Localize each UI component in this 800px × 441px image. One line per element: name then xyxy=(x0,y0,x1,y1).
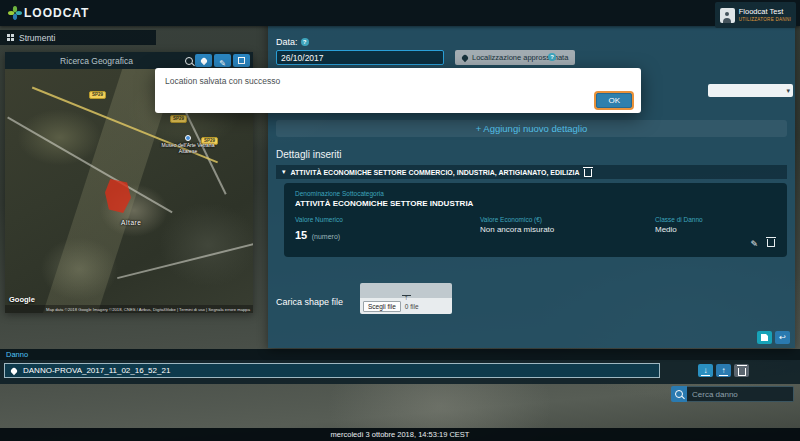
museum-poi[interactable]: Museo dell'Arte Vetraria Altarese xyxy=(153,135,223,154)
choose-file-button[interactable]: Scegli file xyxy=(363,301,401,312)
road-shield: SP29 xyxy=(89,91,106,99)
back-icon xyxy=(779,333,786,342)
shape-file-upload[interactable]: Scegli file 0 file xyxy=(360,283,452,314)
subcategory-label: Denominazione Sottocategoria xyxy=(295,190,776,197)
form-actions xyxy=(757,331,790,344)
location-pin-icon xyxy=(10,366,18,374)
town-label: Altare xyxy=(121,219,142,226)
draw-rectangle-button[interactable] xyxy=(233,54,250,67)
detail-values-row: Valore Numerico 15 (numero) Valore Econo… xyxy=(295,216,776,243)
delete-damage-button[interactable] xyxy=(734,364,749,377)
detail-card: Denominazione Sottocategoria ATTIVITÀ EC… xyxy=(284,183,787,257)
user-card[interactable]: Floodcat Test UTILIZZATORE DANNI xyxy=(715,2,796,28)
add-detail-label: + Aggiungi nuovo dettaglio xyxy=(476,123,588,134)
draw-polygon-button[interactable] xyxy=(214,54,231,67)
road-shield: SP29 xyxy=(170,115,187,123)
map-toolbar xyxy=(185,54,250,67)
rectangle-icon xyxy=(238,57,245,64)
numeric-value: 15 xyxy=(295,229,307,241)
google-logo[interactable]: Google xyxy=(9,295,35,304)
search-button[interactable] xyxy=(671,386,687,402)
details-inserted-title: Dettagli inseriti xyxy=(276,149,342,160)
collapse-caret-icon xyxy=(282,168,286,176)
save-icon xyxy=(761,334,768,341)
draw-marker-button[interactable] xyxy=(195,54,212,67)
add-detail-button[interactable]: + Aggiungi nuovo dettaglio xyxy=(276,120,787,137)
date-label-row: Data: xyxy=(276,37,309,47)
upload-dropzone[interactable] xyxy=(360,283,452,298)
damage-class-label: Classe di Danno xyxy=(655,216,703,223)
chevron-down-icon xyxy=(786,87,790,95)
upload-button[interactable] xyxy=(716,364,731,377)
damage-item-actions xyxy=(698,364,749,377)
floodcat-logo-icon xyxy=(8,6,22,20)
detail-group-header[interactable]: ATTIVITÀ ECONOMICHE SETTORE COMMERCIO, I… xyxy=(276,165,787,179)
card-actions xyxy=(750,233,775,251)
success-modal: Location salvata con successo OK xyxy=(155,68,641,113)
edit-detail-icon[interactable] xyxy=(750,233,758,251)
status-bar: mercoledì 3 ottobre 2018, 14:53:19 CEST xyxy=(0,428,800,441)
shape-file-label: Carica shape file xyxy=(276,297,343,307)
search-input[interactable] xyxy=(687,386,794,402)
geo-panel-header: Ricerca Geografica xyxy=(5,52,253,69)
damage-form-panel: DANNO DI PROVA (ALTRO) Data: Localizzazi… xyxy=(268,0,795,348)
approx-location-button[interactable]: Localizzazione approssimata xyxy=(455,50,575,65)
damage-item-label: DANNO-PROVA_2017_11_02_16_52_21 xyxy=(23,366,170,375)
file-status: 0 file xyxy=(405,303,419,310)
numeric-value-label: Valore Numerico xyxy=(295,216,480,223)
logo-text: LOODCAT xyxy=(24,6,89,20)
user-name: Floodcat Test xyxy=(739,8,791,17)
numeric-unit: (numero) xyxy=(312,233,340,240)
download-button[interactable] xyxy=(698,364,713,377)
tools-header[interactable]: Strumenti xyxy=(0,30,156,45)
search-icon xyxy=(675,390,683,398)
help-icon[interactable] xyxy=(301,38,309,46)
delete-detail-icon[interactable] xyxy=(767,239,775,247)
floodcat-app: LOODCAT Floodcat Test UTILIZZATORE DANNI… xyxy=(0,0,800,441)
top-bar: LOODCAT xyxy=(0,0,800,26)
damage-list-title: Danno xyxy=(0,349,800,360)
floodcat-logo[interactable]: LOODCAT xyxy=(8,6,89,20)
pencil-icon xyxy=(219,52,226,70)
museum-label: Museo dell'Arte Vetraria Altarese xyxy=(153,142,223,154)
upload-icon xyxy=(719,366,728,376)
upload-icon xyxy=(402,286,411,296)
economic-value: Non ancora misurato xyxy=(480,225,655,234)
trash-icon xyxy=(738,368,746,376)
tools-label: Strumenti xyxy=(19,33,55,43)
map-road xyxy=(117,241,253,279)
subcategory-value: ATTIVITÀ ECONOMICHE SETTORE INDUSTRIA xyxy=(295,199,776,208)
help-icon[interactable] xyxy=(548,53,556,61)
damage-list-item[interactable]: DANNO-PROVA_2017_11_02_16_52_21 xyxy=(4,363,660,378)
download-icon xyxy=(701,366,710,376)
user-avatar-icon xyxy=(720,8,735,23)
date-input[interactable] xyxy=(276,50,444,65)
modal-message: Location salvata con successo xyxy=(155,68,641,94)
marker-icon xyxy=(199,56,207,64)
damage-list-panel: Danno DANNO-PROVA_2017_11_02_16_52_21 xyxy=(0,349,800,384)
damage-class-value: Medio xyxy=(655,225,703,234)
economic-value-label: Valore Economico (€) xyxy=(480,216,655,223)
ok-button[interactable]: OK xyxy=(596,93,632,108)
delete-group-icon[interactable] xyxy=(584,169,592,177)
poi-icon xyxy=(185,135,191,141)
location-pin-icon xyxy=(461,53,469,61)
damage-list-body: DANNO-PROVA_2017_11_02_16_52_21 xyxy=(0,360,800,384)
save-button[interactable] xyxy=(757,331,772,344)
tools-grid-icon xyxy=(7,34,14,41)
user-role: UTILIZZATORE DANNI xyxy=(739,17,791,22)
geo-panel-title: Ricerca Geografica xyxy=(8,56,185,66)
detail-type-select[interactable] xyxy=(708,84,793,97)
date-label: Data: xyxy=(276,37,298,47)
back-button[interactable] xyxy=(775,331,790,344)
map-attribution: Map data ©2018 Google Imagery ©2018, CNE… xyxy=(5,305,253,313)
status-datetime: mercoledì 3 ottobre 2018, 14:53:19 CEST xyxy=(331,430,470,439)
detail-group-title: ATTIVITÀ ECONOMICHE SETTORE COMMERCIO, I… xyxy=(291,169,580,176)
damage-search xyxy=(671,386,794,402)
map-search-icon[interactable] xyxy=(185,57,193,65)
